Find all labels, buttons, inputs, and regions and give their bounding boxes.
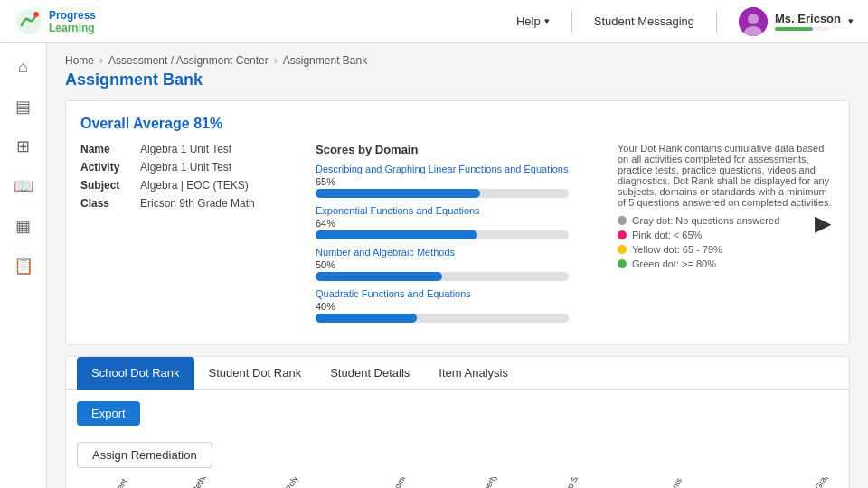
legend-item-yellow: Yellow dot: 65 - 79% — [618, 244, 835, 255]
tab-school-dot-rank[interactable]: School Dot Rank — [77, 357, 194, 390]
scores-title: Scores by Domain — [316, 143, 599, 156]
messaging-label: Student Messaging — [594, 14, 694, 28]
main-card: Overall Average 81% ▶ Name Algebra 1 Uni… — [65, 100, 850, 345]
domain-bar-track-1 — [316, 230, 569, 239]
breadcrumb-sep-1: › — [99, 54, 103, 67]
page-title: Assignment Bank — [65, 70, 850, 89]
user-area[interactable]: Ms. Ericson ▾ — [739, 7, 854, 36]
gray-dot-icon — [618, 216, 627, 225]
sidebar-item-chart[interactable]: ▤ — [11, 94, 36, 119]
header-divider-2 — [716, 11, 717, 33]
help-menu[interactable]: Help ▾ — [516, 14, 550, 28]
scores-section: Scores by Domain Describing and Graphing… — [316, 143, 599, 330]
cursor-arrow-icon: ▶ — [815, 211, 831, 235]
chart-area: Demo Assessmentand Algebraic Methodsd an… — [77, 477, 838, 488]
domain-bar-fill-0 — [316, 189, 480, 198]
breadcrumb-center[interactable]: Assessment / Assignment Center — [108, 54, 269, 67]
legend-item-pink: Pink dot: < 65% — [618, 230, 835, 240]
info-class-value: Ericson 9th Grade Math — [140, 197, 255, 210]
domain-bar-track-0 — [316, 189, 569, 198]
domain-row-2: Number and Algebraic Methods 50% — [316, 247, 599, 281]
info-class-row: Class Ericson 9th Grade Math — [80, 197, 297, 210]
domain-bar-track-2 — [316, 272, 569, 281]
domain-pct-2: 50% — [316, 259, 599, 270]
tabs-row: School Dot Rank Student Dot Rank Student… — [66, 357, 849, 390]
domain-bar-track-3 — [316, 314, 569, 323]
domain-name-2: Number and Algebraic Methods — [316, 247, 599, 258]
legend-label-gray: Gray dot: No questions answered — [632, 215, 779, 226]
export-button[interactable]: Export — [77, 401, 140, 426]
chart-column-header: d and Subtract Polynomials — [256, 477, 313, 488]
domain-pct-1: 64% — [316, 218, 599, 229]
info-activity-label: Activity — [80, 161, 133, 174]
logo: Progress Learning — [14, 7, 123, 36]
main-content: Home › Assessment / Assignment Center › … — [47, 43, 868, 488]
tabs-card: School Dot Rank Student Dot Rank Student… — [65, 356, 850, 488]
domain-name-1: Exponential Functions and Equations — [316, 205, 599, 216]
sidebar-item-home[interactable]: ⌂ — [11, 54, 36, 80]
overall-avg-label: Overall Average — [80, 116, 190, 131]
domain-bar-fill-2 — [316, 272, 442, 281]
tabs-content: Export Assign Remediation Demo Assessmen… — [66, 390, 849, 488]
pink-dot-icon — [618, 230, 627, 239]
student-messaging[interactable]: Student Messaging — [594, 14, 694, 28]
sidebar-item-clipboard[interactable]: 📋 — [11, 253, 36, 278]
logo-text: Progress Learning — [49, 9, 96, 34]
domain-bar-fill-3 — [316, 314, 417, 323]
header-nav: Help ▾ Student Messaging Ms. Ericson — [516, 7, 854, 36]
header: Progress Learning Help ▾ Student Messagi… — [0, 0, 868, 43]
tab-student-dot-rank[interactable]: Student Dot Rank — [194, 357, 316, 390]
green-dot-icon — [618, 259, 627, 268]
info-name-label: Name — [80, 143, 133, 155]
chart-column-header: Distributive Property — [455, 477, 499, 488]
yellow-dot-icon — [618, 245, 627, 254]
info-activity-row: Activity Algebra 1 Unit Test — [80, 161, 297, 174]
header-divider-1 — [571, 11, 572, 33]
chart-column-header: Demo Assessment — [87, 477, 128, 488]
user-info: Ms. Ericson — [775, 12, 841, 31]
sidebar-item-report[interactable]: ⊞ — [11, 134, 36, 159]
tab-item-analysis[interactable]: Item Analysis — [424, 357, 523, 390]
chart-column-header: Difference of Two Squares — [537, 477, 593, 488]
legend-label-green: Green dot: >= 80% — [632, 258, 716, 269]
logo-icon — [14, 7, 43, 36]
domain-pct-3: 40% — [316, 301, 599, 312]
info-activity-value: Algebra 1 Unit Test — [140, 161, 231, 174]
chart-column-header: Describing and Graphing Linear Functions — [785, 477, 838, 488]
user-progress-fill — [775, 27, 813, 31]
info-subject-value: Algebra | EOC (TEKS) — [140, 179, 249, 192]
breadcrumb-bank: Assignment Bank — [283, 54, 367, 67]
domain-row-3: Quadratic Functions and Equations 40% — [316, 288, 599, 323]
sidebar-item-book[interactable]: 📖 — [11, 174, 36, 199]
legend-item-gray: Gray dot: No questions answered — [618, 215, 835, 226]
svg-point-3 — [748, 14, 759, 24]
legend-label-pink: Pink dot: < 65% — [632, 230, 702, 240]
layout: ⌂ ▤ ⊞ 📖 ▦ 📋 Home › Assessment / Assignme… — [0, 43, 868, 488]
button-row: Export — [77, 401, 838, 435]
domain-name-3: Quadratic Functions and Equations — [316, 288, 599, 299]
info-name-row: Name Algebra 1 Unit Test — [80, 143, 297, 155]
sidebar-item-grid[interactable]: ▦ — [11, 213, 36, 239]
legend-item-green: Green dot: >= 80% — [618, 258, 835, 269]
help-label: Help — [516, 14, 541, 28]
domain-row-0: Describing and Graphing Linear Functions… — [316, 164, 599, 198]
info-class-label: Class — [80, 197, 133, 210]
avatar — [739, 7, 768, 36]
svg-point-1 — [33, 12, 39, 17]
assign-remediation-row: Assign Remediation — [77, 442, 838, 477]
domain-name-0: Describing and Graphing Linear Functions… — [316, 164, 599, 174]
sidebar: ⌂ ▤ ⊞ 📖 ▦ 📋 — [0, 43, 47, 488]
assign-remediation-button[interactable]: Assign Remediation — [77, 442, 212, 468]
overall-avg-value: 81% — [193, 116, 222, 131]
domain-pct-0: 65% — [316, 176, 599, 187]
chart-column-header: uations of Polynomials — [363, 477, 412, 488]
breadcrumb-home[interactable]: Home — [65, 54, 94, 67]
tab-student-details[interactable]: Student Details — [316, 357, 424, 390]
user-name: Ms. Ericson — [775, 12, 841, 25]
user-progress-bar — [775, 27, 829, 31]
info-subject-row: Subject Algebra | EOC (TEKS) — [80, 179, 297, 192]
breadcrumb-sep-2: › — [274, 54, 278, 67]
info-subject-label: Subject — [80, 179, 133, 192]
help-chevron-icon: ▾ — [544, 15, 550, 27]
legend-section: Your Dot Rank contains cumulative data b… — [618, 143, 835, 330]
